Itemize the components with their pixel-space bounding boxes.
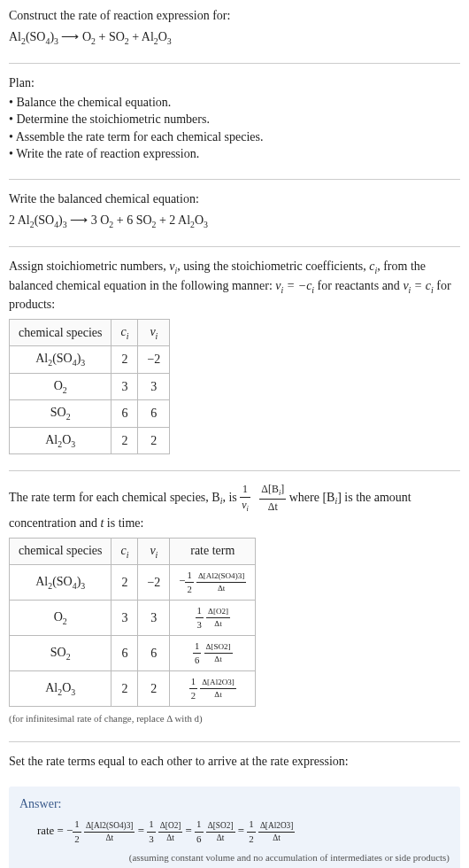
infinitesimal-note: (for infinitesimal rate of change, repla… (9, 712, 460, 725)
answer-note: (assuming constant volume and no accumul… (19, 851, 450, 864)
plan-section: Plan: Balance the chemical equation. Det… (9, 74, 460, 163)
question-prompt: Construct the rate of reaction expressio… (9, 7, 460, 25)
table-row: SO266 (10, 400, 170, 428)
stoich-section: Assign stoichiometric numbers, νi, using… (9, 258, 460, 454)
balanced-heading: Write the balanced chemical equation: (9, 190, 460, 208)
table-row: O2 3 3 13 Δ[O2]Δt (10, 601, 256, 636)
species-cell: O2 (10, 601, 111, 636)
species-cell: Al2O3 (10, 670, 111, 706)
rate-term-section: The rate term for each chemical species,… (9, 482, 460, 725)
table-row: Al2O3 2 2 12 Δ[Al2O3]Δt (10, 670, 256, 706)
arrow-icon: ⟶ (70, 213, 91, 227)
species-cell: Al2(SO4)3 (10, 565, 111, 601)
col-species: chemical species (10, 538, 111, 565)
plan-item: Write the rate of reaction expression. (9, 145, 460, 163)
balanced-section: Write the balanced chemical equation: 2 … (9, 190, 460, 230)
arrow-icon: ⟶ (61, 30, 82, 43)
species-cell: SO2 (10, 635, 111, 670)
divider (9, 179, 460, 180)
answer-label: Answer: (19, 795, 450, 813)
table-row: O233 (10, 373, 170, 400)
table-header-row: chemical species ci νi (10, 319, 170, 346)
rate-term-cell: 13 Δ[O2]Δt (170, 601, 256, 636)
divider (9, 470, 460, 471)
col-ci: ci (111, 319, 138, 346)
species-al: Al (9, 30, 21, 43)
stoich-text: Assign stoichiometric numbers, νi, using… (9, 258, 460, 314)
fraction: Δ[Bi]Δt (259, 482, 286, 515)
balanced-equation: 2 Al2(SO4)3 ⟶ 3 O2 + 6 SO2 + 2 Al2O3 (9, 212, 460, 231)
stoich-table: chemical species ci νi Al2(SO4)32−2 O233… (9, 319, 170, 455)
rate-term-cell: 12 Δ[Al2O3]Δt (170, 670, 256, 706)
plan-heading: Plan: (9, 74, 460, 92)
table-header-row: chemical species ci νi rate term (10, 538, 256, 565)
col-species: chemical species (10, 319, 111, 346)
species-cell: Al2(SO4)3 (10, 346, 111, 374)
divider (9, 741, 460, 742)
table-row: SO2 6 6 16 Δ[SO2]Δt (10, 635, 256, 670)
rate-term-cell: −12 Δ[Al2(SO4)3]Δt (170, 565, 256, 601)
answer-box: Answer: rate = −12 Δ[Al2(SO4)3]Δt = 13 Δ… (9, 787, 460, 868)
plan-list: Balance the chemical equation. Determine… (9, 94, 460, 163)
divider (9, 63, 460, 64)
final-heading: Set the rate terms equal to each other t… (9, 753, 460, 771)
question-section: Construct the rate of reaction expressio… (9, 7, 460, 47)
unbalanced-equation: Al2(SO4)3 ⟶ O2 + SO2 + Al2O3 (9, 28, 460, 48)
species-cell: SO2 (10, 400, 111, 428)
table-row: Al2(SO4)32−2 (10, 346, 170, 374)
col-ci: ci (111, 538, 138, 565)
plan-item: Balance the chemical equation. (9, 94, 460, 112)
divider (9, 246, 460, 247)
table-row: Al2O322 (10, 427, 170, 454)
table-row: Al2(SO4)3 2 −2 −12 Δ[Al2(SO4)3]Δt (10, 565, 256, 601)
species-cell: O2 (10, 373, 111, 400)
rate-intro-text: The rate term for each chemical species,… (9, 482, 460, 531)
fraction: 1νi (240, 482, 250, 515)
col-nui: νi (138, 319, 170, 346)
rate-term-table: chemical species ci νi rate term Al2(SO4… (9, 538, 256, 707)
final-section: Set the rate terms equal to each other t… (9, 753, 460, 771)
answer-equation: rate = −12 Δ[Al2(SO4)3]Δt = 13 Δ[O2]Δt =… (37, 818, 450, 846)
col-nui: νi (138, 538, 170, 565)
plan-item: Assemble the rate term for each chemical… (9, 128, 460, 146)
species-cell: Al2O3 (10, 427, 111, 454)
plan-item: Determine the stoichiometric numbers. (9, 111, 460, 128)
col-rate-term: rate term (170, 538, 256, 565)
rate-term-cell: 16 Δ[SO2]Δt (170, 635, 256, 670)
